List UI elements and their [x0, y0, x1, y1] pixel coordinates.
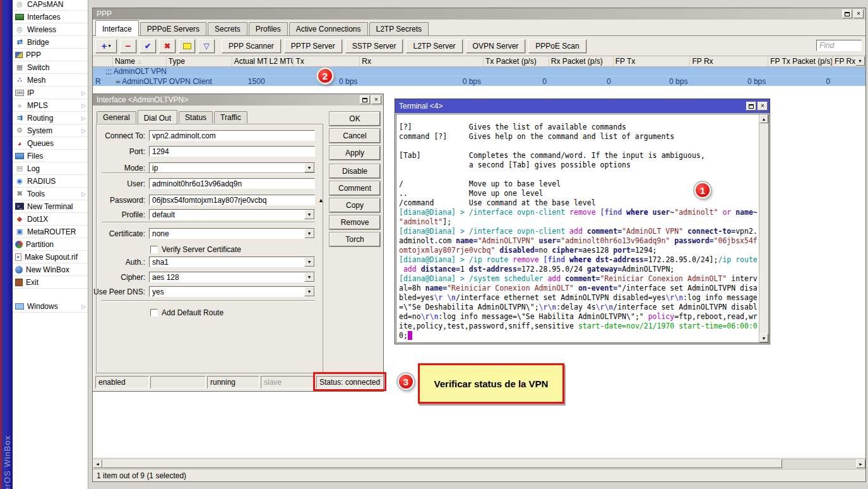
- add-default-route-checkbox[interactable]: [150, 309, 158, 317]
- dropdown-icon[interactable]: ▼: [304, 163, 314, 172]
- sidebar-item-wireless[interactable]: Wireless: [13, 23, 88, 36]
- sidebar-item-exit[interactable]: Exit: [13, 276, 88, 289]
- sidebar-item-dot1x[interactable]: Dot1X: [13, 213, 88, 226]
- remove-button[interactable]: −: [120, 39, 136, 53]
- dropdown-icon[interactable]: ▼: [304, 210, 314, 219]
- sidebar-item-switch[interactable]: Switch: [13, 61, 88, 74]
- dialog-titlebar[interactable]: Interface <AdminOLTVPN> ×: [93, 94, 383, 106]
- sidebar-item-mesh[interactable]: Mesh: [13, 74, 88, 87]
- sidebar-item-system[interactable]: System▷: [13, 124, 88, 137]
- sidebar-item-new-winbox[interactable]: New WinBox: [13, 263, 88, 276]
- sidebar-item-queues[interactable]: Queues: [13, 137, 88, 150]
- close-icon[interactable]: ×: [371, 95, 381, 104]
- column-header-select[interactable]: [93, 56, 113, 66]
- sidebar-item-interfaces[interactable]: Interfaces: [13, 11, 88, 23]
- cancel-button[interactable]: Cancel: [330, 129, 380, 143]
- sstp-server-button[interactable]: SSTP Server: [345, 39, 403, 53]
- ok-button[interactable]: OK: [330, 112, 380, 126]
- mode-input[interactable]: ip▼: [149, 162, 315, 173]
- column-header-tx-packet-p-s[interactable]: Tx Packet (p/s): [484, 56, 549, 66]
- terminal-scrollbar[interactable]: ▲ ▼: [759, 114, 768, 342]
- pppoe-scan-button[interactable]: PPPoE Scan: [528, 39, 586, 53]
- column-header-l2-mtu[interactable]: L2 MTU: [268, 56, 294, 66]
- column-header-type[interactable]: Type: [167, 56, 232, 66]
- column-header-fp-tx[interactable]: FP Tx: [614, 56, 691, 66]
- sidebar-item-radius[interactable]: RADIUS: [13, 175, 88, 188]
- scroll-right-icon[interactable]: ►: [856, 459, 865, 468]
- tab-l2tp-secrets[interactable]: L2TP Secrets: [369, 22, 429, 35]
- sidebar-item-files[interactable]: Files: [13, 150, 88, 162]
- scroll-down-icon[interactable]: ▼: [759, 334, 768, 342]
- column-header-rx-packet-p-s[interactable]: Rx Packet (p/s): [549, 56, 614, 66]
- column-header-fp-rx-pa[interactable]: FP Rx Pa▼: [833, 56, 865, 66]
- auth-input[interactable]: sha1▼: [149, 257, 315, 267]
- find-input[interactable]: [816, 40, 862, 51]
- dialog-tab-traffic[interactable]: Traffic: [214, 111, 247, 123]
- sidebar-item-mpls[interactable]: MPLS▷: [13, 99, 88, 112]
- column-header-fp-rx[interactable]: FP Rx: [690, 56, 768, 66]
- enable-button[interactable]: ✔: [140, 39, 156, 53]
- user-input[interactable]: adminolt0hr6o13v96adq9n: [149, 178, 315, 189]
- disable-button[interactable]: ✖: [159, 39, 175, 53]
- ppp-titlebar[interactable]: PPP ×: [93, 8, 865, 20]
- maximize-icon[interactable]: [842, 9, 852, 18]
- sidebar-item-make-supout-rif[interactable]: Make Supout.rif: [13, 251, 88, 263]
- connect-to-input[interactable]: vpn2.adminolt.com: [149, 130, 315, 141]
- add-button[interactable]: +▾: [95, 39, 117, 53]
- torch-button[interactable]: Torch: [330, 232, 380, 246]
- column-header-fp-tx-packet-p-s[interactable]: FP Tx Packet (p/s): [768, 56, 833, 66]
- password-input[interactable]: 06jbsx54fomtojxm1ay807rje0vcbq: [149, 195, 315, 205]
- maximize-icon[interactable]: [746, 102, 756, 111]
- column-dropdown-icon[interactable]: ▼: [855, 56, 865, 66]
- disable-button[interactable]: Disable: [330, 164, 380, 178]
- comment-row[interactable]: ;;; AdminOLT VPN: [93, 67, 865, 76]
- sidebar-item-capsman[interactable]: CAPsMAN: [13, 0, 88, 11]
- close-icon[interactable]: ×: [758, 102, 768, 111]
- horizontal-scrollbar[interactable]: ◄ ►: [93, 459, 865, 468]
- filter-button[interactable]: ▽: [198, 39, 215, 53]
- tab-interface[interactable]: Interface: [95, 20, 139, 36]
- cipher-input[interactable]: aes 128▼: [149, 272, 315, 282]
- maximize-icon[interactable]: [360, 95, 370, 104]
- column-header-tx[interactable]: Tx: [294, 56, 360, 66]
- sidebar-item-metarouter[interactable]: MetaROUTER: [13, 226, 88, 238]
- comment-button[interactable]: [179, 39, 195, 53]
- sidebar-item-tools[interactable]: Tools▷: [13, 188, 88, 200]
- dropdown-icon[interactable]: ▼: [304, 229, 314, 238]
- sidebar-item-ppp[interactable]: PPP: [13, 49, 88, 61]
- terminal-titlebar[interactable]: Terminal <4> ×: [395, 99, 770, 113]
- scroll-left-icon[interactable]: ◄: [93, 459, 102, 468]
- tab-profiles[interactable]: Profiles: [249, 22, 288, 35]
- tab-active-connections[interactable]: Active Connections: [289, 22, 368, 35]
- sidebar-item-ip[interactable]: IP▷: [13, 87, 88, 99]
- tab-secrets[interactable]: Secrets: [208, 22, 247, 35]
- dialog-tab-dial-out[interactable]: Dial Out: [138, 110, 177, 124]
- sidebar-item-log[interactable]: Log: [13, 162, 88, 175]
- port-input[interactable]: 1294: [149, 146, 315, 157]
- column-header-actual-mtu[interactable]: Actual MTU: [232, 56, 268, 66]
- interface-row[interactable]: R‹•›AdminOLTVPNOVPN Client15000 bps0 bps…: [93, 76, 865, 86]
- pptp-server-button[interactable]: PPTP Server: [284, 39, 342, 53]
- copy-button[interactable]: Copy: [330, 198, 380, 212]
- column-header-name[interactable]: Name△: [113, 56, 167, 66]
- sidebar-item-windows[interactable]: Windows▷: [13, 300, 88, 313]
- sidebar-item-routing[interactable]: Routing▷: [13, 112, 88, 124]
- l2tp-server-button[interactable]: L2TP Server: [406, 39, 462, 53]
- verify-server-certificate-checkbox[interactable]: [150, 246, 158, 253]
- remove-button[interactable]: Remove: [330, 215, 380, 229]
- sidebar-item-new-terminal[interactable]: New Terminal: [13, 200, 88, 213]
- scrollbar-thumb[interactable]: [102, 459, 782, 468]
- certificate-input[interactable]: none▼: [149, 228, 315, 239]
- dialog-tab-general[interactable]: General: [97, 111, 136, 123]
- sidebar-item-bridge[interactable]: Bridge: [13, 36, 88, 49]
- dropdown-icon[interactable]: ▼: [304, 257, 314, 267]
- comment-button[interactable]: Comment: [330, 181, 380, 195]
- password-toggle-icon[interactable]: ▲: [318, 197, 324, 203]
- tab-pppoe-servers[interactable]: PPPoE Servers: [140, 22, 206, 35]
- terminal-body[interactable]: [?] Gives the list of available commands…: [396, 114, 769, 343]
- profile-input[interactable]: default▼: [149, 209, 315, 220]
- dropdown-icon[interactable]: ▼: [304, 287, 314, 296]
- dropdown-icon[interactable]: ▼: [304, 272, 314, 282]
- ppp-scanner-button[interactable]: PPP Scanner: [222, 39, 281, 53]
- sidebar-item-partition[interactable]: Partition: [13, 238, 88, 251]
